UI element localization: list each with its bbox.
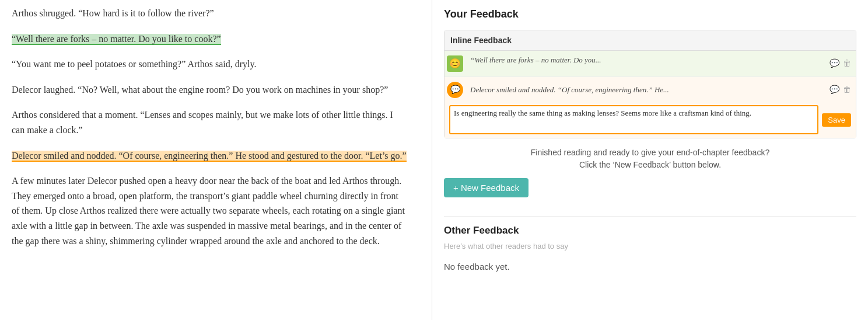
new-feedback-btn-wrapper: + New Feedback xyxy=(444,178,856,207)
chat-icon: 💬 xyxy=(447,82,463,98)
paragraph-7: A few minutes later Delecor pushed open … xyxy=(12,173,408,248)
paragraph-5: Arthos considered that a moment. “Lenses… xyxy=(12,107,408,137)
feedback-content-1: “Well there are forks – no matter. Do yo… xyxy=(466,51,825,76)
feedback-icon-col-1: 😊 xyxy=(444,51,466,76)
feedback-item-2: 💬 Delecor smiled and nodded. “Of course,… xyxy=(444,77,856,138)
finish-reading-text: Finished reading and ready to give your … xyxy=(444,147,856,171)
paragraph-6-highlighted-orange: Delecor smiled and nodded. “Of course, e… xyxy=(12,148,408,164)
your-feedback-title: Your Feedback xyxy=(444,6,856,23)
feedback-actions-1: 💬 🗑 xyxy=(825,51,856,76)
feedback-textarea-row: Save xyxy=(444,103,856,138)
feedback-quote-1: “Well there are forks – no matter. Do yo… xyxy=(470,54,820,67)
feedback-quote-2: Delecor smiled and nodded. “Of course, e… xyxy=(470,84,820,96)
divider xyxy=(444,216,856,217)
comment-icon-2[interactable]: 💬 xyxy=(830,84,839,96)
paragraph-2-highlighted-green: “Well there are forks – no matter. Do yo… xyxy=(12,32,408,47)
delete-icon-2[interactable]: 🗑 xyxy=(843,84,851,96)
paragraph-3: “You want me to peel potatoes or somethi… xyxy=(12,57,408,72)
feedback-textarea[interactable] xyxy=(449,105,818,134)
other-feedback-section: Other Feedback Here’s what other readers… xyxy=(444,222,856,274)
feedback-icon-col-2: 💬 xyxy=(444,77,466,103)
paragraph-1: Arthos shrugged. “How hard is it to foll… xyxy=(12,6,408,21)
new-feedback-button[interactable]: + New Feedback xyxy=(444,178,528,197)
paragraph-4: Delecor laughed. “No? Well, what about t… xyxy=(12,82,408,98)
right-panel: Your Feedback Inline Feedback 😊 “Well th… xyxy=(432,0,868,320)
smiley-icon: 😊 xyxy=(447,55,463,72)
feedback-item-1: 😊 “Well there are forks – no matter. Do … xyxy=(444,51,856,77)
inline-feedback-section: Inline Feedback 😊 “Well there are forks … xyxy=(444,30,856,138)
other-feedback-subtitle: Here’s what other readers had to say xyxy=(444,241,856,253)
delete-icon-1[interactable]: 🗑 xyxy=(843,57,851,70)
feedback-actions-2: 💬 🗑 xyxy=(825,80,856,100)
comment-icon-1[interactable]: 💬 xyxy=(830,57,839,70)
no-feedback-text: No feedback yet. xyxy=(444,260,856,274)
feedback-content-2: Delecor smiled and nodded. “Of course, e… xyxy=(466,81,825,100)
save-button[interactable]: Save xyxy=(822,113,851,127)
other-feedback-title: Other Feedback xyxy=(444,222,856,238)
left-panel: Arthos shrugged. “How hard is it to foll… xyxy=(0,0,432,320)
inline-feedback-header: Inline Feedback xyxy=(444,30,856,51)
